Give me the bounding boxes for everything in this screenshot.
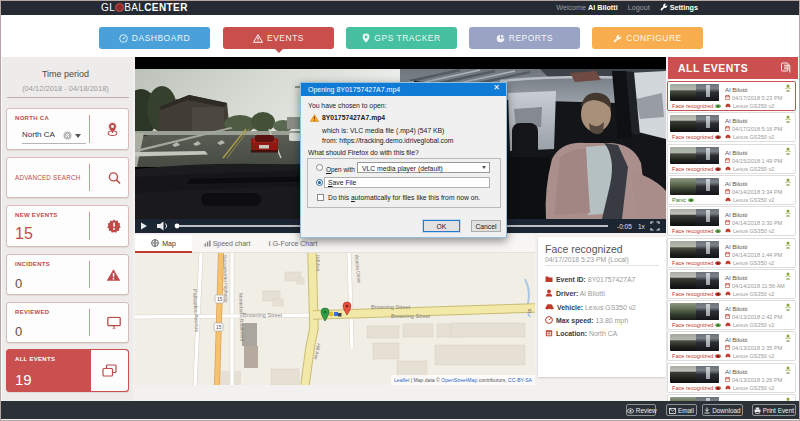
svg-text:Hill Ave: Hill Ave: [315, 255, 322, 272]
svg-text:B: B: [528, 308, 532, 314]
svg-text:Browning Street: Browning Street: [371, 304, 411, 310]
svg-text:15: 15: [216, 324, 222, 330]
svg-text:Browning Street: Browning Street: [243, 312, 283, 318]
svg-text:15: 15: [217, 296, 223, 302]
svg-text:Leaflet | Map data © OpenStree: Leaflet | Map data © OpenStreetMap contr…: [394, 377, 533, 383]
svg-text:Browning Street: Browning Street: [391, 313, 431, 319]
svg-text:1x: 1x: [638, 223, 646, 230]
svg-text:-0:05: -0:05: [617, 223, 632, 230]
